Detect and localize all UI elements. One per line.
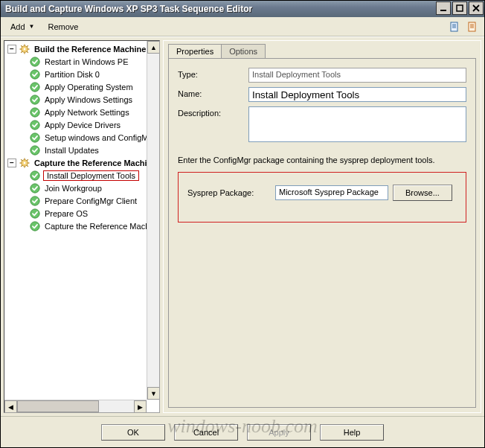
sysprep-highlight-box: Sysprep Package: Microsoft Sysprep Packa… <box>178 172 466 223</box>
check-icon <box>30 95 40 105</box>
tree-group[interactable]: −Build the Reference Machine <box>4 42 159 55</box>
horizontal-scrollbar[interactable]: ◀ ▶ <box>4 400 147 412</box>
window-controls <box>435 1 484 17</box>
svg-line-13 <box>21 51 22 53</box>
tree-group-label: Build the Reference Machine <box>33 45 147 54</box>
move-down-button[interactable] <box>465 19 480 34</box>
minimize-icon <box>440 4 447 12</box>
svg-point-33 <box>30 183 39 192</box>
check-icon <box>30 57 40 67</box>
svg-point-19 <box>30 120 39 129</box>
type-field: Install Deployment Tools <box>248 68 466 83</box>
dialog-footer: OK Cancel Apply Help <box>1 416 484 447</box>
remove-button[interactable]: Remove <box>43 20 84 33</box>
tree-item-label: Capture the Reference Machine <box>43 222 160 231</box>
chevron-down-icon: ▼ <box>29 23 35 30</box>
svg-point-34 <box>30 196 39 205</box>
svg-line-11 <box>27 51 28 53</box>
svg-point-36 <box>30 221 39 230</box>
scroll-down-icon[interactable]: ▼ <box>147 387 160 400</box>
check-icon <box>30 221 40 231</box>
tree-item[interactable]: Prepare OS <box>4 207 159 220</box>
tab-properties[interactable]: Properties <box>168 44 222 58</box>
svg-rect-3 <box>469 22 475 31</box>
svg-point-20 <box>30 132 39 141</box>
svg-point-21 <box>30 145 39 154</box>
tree-item[interactable]: Install Updates <box>4 144 159 156</box>
svg-point-18 <box>30 107 39 116</box>
cancel-button[interactable]: Cancel <box>174 424 238 441</box>
tab-options[interactable]: Options <box>221 44 266 58</box>
tree-item[interactable]: Apply Windows Settings <box>4 93 159 106</box>
tree-item-label: Partition Disk 0 <box>43 70 101 79</box>
title-bar: Build and Capture Windows XP SP3 Task Se… <box>1 1 484 17</box>
svg-point-17 <box>30 95 39 103</box>
apply-button[interactable]: Apply <box>247 424 311 441</box>
tree-item[interactable]: Apply Device Drivers <box>4 118 159 131</box>
tab-strip: Properties Options <box>164 41 481 58</box>
tree-item-label: Prepare OS <box>43 209 89 218</box>
maximize-button[interactable] <box>452 1 467 15</box>
collapse-icon[interactable]: − <box>7 45 16 54</box>
scroll-thumb[interactable] <box>17 400 99 412</box>
description-label: Description: <box>178 106 248 118</box>
scroll-up-icon[interactable]: ▲ <box>147 41 160 54</box>
tree-item[interactable]: Capture the Reference Machine <box>4 220 159 232</box>
tab-content: Type: Install Deployment Tools Name: Des… <box>168 58 476 408</box>
svg-line-10 <box>21 45 22 47</box>
close-icon <box>472 4 480 12</box>
check-icon <box>30 196 40 206</box>
tree-item[interactable]: Setup windows and ConfigMgr <box>4 131 159 144</box>
move-up-button[interactable] <box>447 19 462 34</box>
tree-item-label: Apply Device Drivers <box>43 121 122 129</box>
tree-group[interactable]: −Capture the Reference Machine <box>4 156 159 169</box>
close-button[interactable] <box>469 1 484 15</box>
description-input[interactable] <box>248 106 466 142</box>
svg-point-15 <box>30 69 39 78</box>
tree-item[interactable]: Restart in Windows PE <box>4 55 159 68</box>
tree-item-label: Join Workgroup <box>43 184 103 193</box>
svg-line-29 <box>27 165 28 167</box>
tree-group-label: Capture the Reference Machine <box>33 159 158 167</box>
svg-point-14 <box>30 57 39 65</box>
tree-item[interactable]: Apply Operating System <box>4 80 159 93</box>
tree-item-label: Setup windows and ConfigMgr <box>43 133 157 142</box>
svg-line-28 <box>21 159 22 161</box>
collapse-icon[interactable]: − <box>7 159 16 167</box>
tree-item[interactable]: Join Workgroup <box>4 182 159 194</box>
ok-button[interactable]: OK <box>101 424 165 441</box>
help-button[interactable]: Help <box>320 424 384 441</box>
remove-label: Remove <box>48 22 79 31</box>
body: −Build the Reference MachineRestart in W… <box>1 36 484 416</box>
svg-point-23 <box>24 161 26 164</box>
check-icon <box>30 120 40 130</box>
tree-item[interactable]: Install Deployment Tools <box>4 169 159 182</box>
sysprep-label: Sysprep Package: <box>187 188 271 197</box>
task-sequence-tree[interactable]: −Build the Reference MachineRestart in W… <box>4 40 160 413</box>
tree-item[interactable]: Prepare ConfigMgr Client <box>4 194 159 207</box>
check-icon <box>30 107 40 118</box>
tree-item[interactable]: Apply Network Settings <box>4 106 159 118</box>
svg-line-12 <box>27 45 28 47</box>
sheet-blue-icon <box>449 21 460 33</box>
svg-line-30 <box>27 159 28 161</box>
vertical-scrollbar[interactable]: ▲ ▼ <box>147 41 159 400</box>
type-label: Type: <box>178 68 248 79</box>
minimize-button[interactable] <box>436 1 451 15</box>
add-label: Add <box>10 22 25 31</box>
tree-item[interactable]: Partition Disk 0 <box>4 68 159 80</box>
sysprep-package-field: Microsoft Sysprep Package <box>275 185 388 200</box>
name-input[interactable] <box>248 87 466 102</box>
sheet-orange-icon <box>466 21 478 33</box>
scroll-left-icon[interactable]: ◀ <box>4 400 17 413</box>
svg-point-35 <box>30 208 39 217</box>
svg-rect-0 <box>440 10 446 11</box>
name-label: Name: <box>178 87 248 98</box>
add-button[interactable]: Add ▼ <box>5 20 40 33</box>
svg-line-31 <box>21 165 22 167</box>
maximize-icon <box>456 4 463 12</box>
browse-button[interactable]: Browse... <box>393 185 452 201</box>
tree-item-label: Prepare ConfigMgr Client <box>43 196 138 205</box>
scroll-right-icon[interactable]: ▶ <box>134 400 147 413</box>
check-icon <box>30 208 40 219</box>
